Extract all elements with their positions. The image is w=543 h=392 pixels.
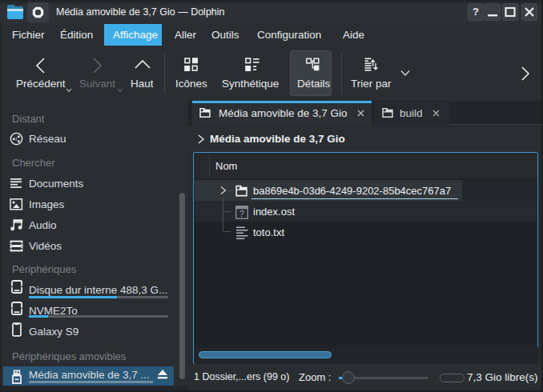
svg-text:?: ?	[239, 209, 244, 218]
